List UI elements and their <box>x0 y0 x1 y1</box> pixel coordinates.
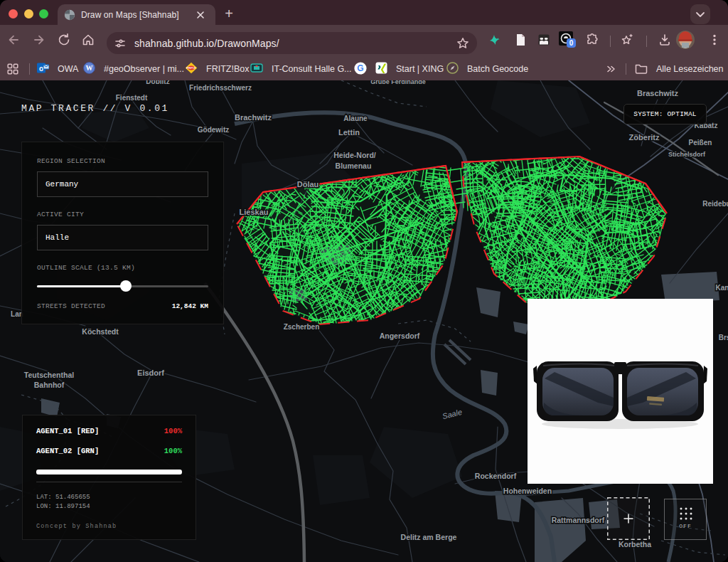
svg-text:W: W <box>86 64 93 72</box>
svg-text:Zscherben: Zscherben <box>284 323 320 331</box>
svg-text:Reideburg: Reideburg <box>702 200 728 208</box>
svg-text:Rockendorf: Rockendorf <box>475 472 517 480</box>
svg-text:Delitz am Berge: Delitz am Berge <box>401 533 457 541</box>
svg-text:0: 0 <box>569 39 574 47</box>
svg-text:Hohenweiden: Hohenweiden <box>503 487 552 495</box>
svg-text:o: o <box>39 65 43 73</box>
svg-text:Heide-Nord/: Heide-Nord/ <box>333 151 376 159</box>
svg-text:Zöberitz: Zöberitz <box>629 133 660 142</box>
svg-text:Fienstedt: Fienstedt <box>116 94 148 102</box>
svg-text:Döblitz: Döblitz <box>146 80 169 85</box>
svg-text:Brs: Brs <box>719 334 728 341</box>
svg-text:Grube Ferdinande: Grube Ferdinande <box>370 80 426 85</box>
svg-text:Kan: Kan <box>716 284 728 292</box>
svg-text:Bahnhof: Bahnhof <box>34 381 65 389</box>
svg-text:FRITZ!: FRITZ! <box>186 66 196 70</box>
svg-text:Eisdorf: Eisdorf <box>137 369 164 377</box>
svg-text:Brachwitz: Brachwitz <box>235 113 272 122</box>
svg-text:G: G <box>357 63 363 73</box>
svg-text:Peißen: Peißen <box>689 139 712 147</box>
svg-text:Lieskau: Lieskau <box>240 208 269 216</box>
svg-text:Stichelsdorf: Stichelsdorf <box>668 151 706 158</box>
svg-text:Rattmannsdorf: Rattmannsdorf <box>552 516 605 524</box>
svg-text:Gödewitz: Gödewitz <box>198 126 229 134</box>
svg-text:Köchstedt: Köchstedt <box>82 327 119 336</box>
svg-text:Friedrichsschwerz: Friedrichsschwerz <box>189 84 252 92</box>
svg-text:Lettin: Lettin <box>338 128 360 137</box>
svg-text:Angersdorf: Angersdorf <box>380 332 420 340</box>
svg-text:Korbetha: Korbetha <box>619 540 651 548</box>
svg-text:Teutschenthal: Teutschenthal <box>24 371 74 379</box>
svg-text:Blumenau: Blumenau <box>336 161 372 170</box>
svg-text:Braschwitz: Braschwitz <box>637 89 679 97</box>
svg-text:Dölau: Dölau <box>297 180 319 189</box>
svg-text:Alaune: Alaune <box>343 115 368 122</box>
